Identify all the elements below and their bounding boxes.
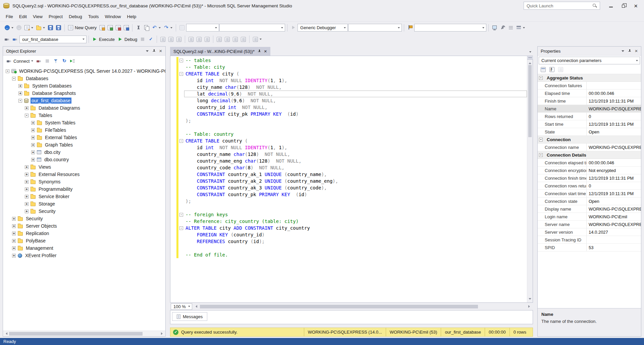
code-line-19[interactable]: CONSTRAINT country_ak_2 UNIQUE (country_… (170, 178, 527, 184)
tree-item-security[interactable]: +Security (3, 208, 165, 215)
property-row-connection-encryption[interactable]: Connection encryptionNot encrypted (538, 167, 641, 174)
debug-button[interactable]: Debug (116, 35, 139, 44)
expand-icon[interactable]: + (25, 195, 29, 198)
expand-icon[interactable]: + (31, 136, 35, 139)
fold-collapse-icon[interactable]: - (179, 226, 183, 230)
code-line-25[interactable]: -- Reference: city_country (table: city) (170, 218, 527, 225)
collapse-icon[interactable]: - (539, 76, 543, 80)
tree-item-our-first-database[interactable]: -our_first_database (3, 97, 165, 104)
maximize-button[interactable] (617, 1, 630, 10)
sqlcmd-mode-button[interactable] (252, 35, 263, 44)
expand-icon[interactable]: + (12, 246, 16, 250)
scroll-track[interactable] (527, 64, 533, 298)
close-button[interactable] (630, 1, 642, 10)
filter-button[interactable] (52, 57, 60, 65)
code-line-12[interactable]: -- Table: country (170, 131, 527, 137)
expand-icon[interactable]: + (25, 187, 29, 191)
code-line-29[interactable] (170, 245, 527, 251)
menu-debug[interactable]: Debug (66, 12, 85, 21)
expand-icon[interactable]: + (18, 92, 22, 95)
results-to-grid-button[interactable] (195, 35, 203, 44)
display-estimated-plan-button[interactable] (159, 35, 167, 44)
code-line-17[interactable]: country_code char(8) NOT NULL, (170, 164, 527, 171)
menu-file[interactable]: File (3, 12, 16, 21)
categorized-button[interactable] (539, 65, 547, 74)
property-row-finish-time[interactable]: Finish time12/1/2019 10:11:31 PM (538, 97, 641, 105)
live-query-statistics-button[interactable] (167, 35, 175, 44)
tree-item-dbo-country[interactable]: +dbo.country (3, 156, 165, 163)
expand-icon[interactable]: + (12, 239, 16, 243)
code-line-20[interactable]: CONSTRAINT country_ak_3 UNIQUE (country_… (170, 184, 527, 191)
collapse-icon[interactable]: - (12, 77, 16, 80)
editor-hscrollbar[interactable] (199, 304, 526, 309)
expand-icon[interactable]: + (31, 143, 35, 147)
property-group-connection-details[interactable]: -Connection Details (538, 151, 641, 159)
code-line-8[interactable]: country_id int NOT NULL, (170, 104, 527, 111)
oe-window-position-button[interactable] (144, 48, 150, 54)
toolbar-combo-3[interactable] (348, 24, 402, 32)
zoom-control[interactable]: 100 % (171, 303, 192, 310)
tab-pin-icon[interactable] (258, 49, 261, 54)
redo-button[interactable] (162, 23, 174, 32)
property-row-state[interactable]: StateOpen (538, 128, 641, 136)
code-line-22[interactable]: ); (170, 198, 527, 205)
expand-icon[interactable]: + (25, 106, 29, 110)
arrow-down-icon[interactable] (529, 298, 531, 301)
bookmark-button[interactable] (406, 23, 414, 32)
change-connection-button[interactable] (11, 35, 19, 44)
expand-icon[interactable]: + (12, 217, 16, 221)
expand-icon[interactable]: + (31, 121, 35, 125)
tree-item-server-objects[interactable]: +Server Objects (3, 222, 165, 230)
editor-vscrollbar[interactable] (527, 56, 533, 302)
props-close-button[interactable] (633, 48, 639, 54)
minimize-button[interactable] (605, 1, 617, 10)
properties-selector[interactable]: Current connection parameters (539, 57, 640, 64)
tree-item-database-diagrams[interactable]: +Database Diagrams (3, 104, 165, 112)
property-row-spid[interactable]: SPID53 (538, 244, 641, 251)
new-item-button[interactable] (23, 23, 35, 32)
code-line-24[interactable]: --- foreign keys (170, 211, 527, 218)
menu-project[interactable]: Project (46, 12, 66, 21)
scroll-left-button[interactable] (3, 331, 8, 336)
undo-button[interactable] (151, 23, 162, 32)
debugger-combo[interactable]: Generic Debugger (298, 24, 348, 32)
code-line-23[interactable] (170, 205, 527, 211)
code-line-1[interactable]: --- tables (170, 57, 527, 64)
property-row-elapsed-time[interactable]: Elapsed time00:00:00.046 (538, 90, 641, 97)
scroll-track[interactable] (8, 332, 160, 336)
profiler-button[interactable] (69, 57, 76, 65)
property-row-rows-returned[interactable]: Rows returned0 (538, 113, 641, 120)
property-row-connection-rows-returned[interactable]: Connection rows returned0 (538, 182, 641, 190)
property-row-name[interactable]: NameWORKING-PC\SQLEXPRESS (538, 105, 641, 113)
expand-icon[interactable]: + (25, 165, 29, 169)
property-row-connection-start-time[interactable]: Connection start time12/1/2019 10:11:31 … (538, 190, 641, 197)
tree-item-security[interactable]: +Security (3, 215, 165, 222)
props-pin-button[interactable] (627, 48, 633, 54)
connect-button[interactable] (3, 35, 11, 44)
property-row-connection-failures[interactable]: Connection failures (538, 82, 641, 90)
property-row-connection-name[interactable]: Connection nameWORKING-PC\SQLEXPRESS (538, 143, 641, 151)
code-line-27[interactable]: FOREIGN KEY (country_id) (170, 231, 527, 238)
code-line-7[interactable]: long decimal(9,6) NOT NULL, (170, 97, 527, 104)
tree-item-dbo-city[interactable]: +dbo.city (3, 149, 165, 156)
object-explorer-hscrollbar[interactable] (3, 331, 165, 336)
code-area[interactable]: --- tables-- Table: city-CREATE TABLE ci… (170, 56, 527, 302)
fold-collapse-icon[interactable]: - (179, 139, 183, 143)
tree-item-filetables[interactable]: +FileTables (3, 126, 165, 134)
oe-close-button[interactable] (158, 48, 164, 54)
code-line-30[interactable]: -- End of file. (170, 251, 527, 258)
cut-button[interactable] (135, 23, 142, 32)
tree-item-system-databases[interactable]: +System Databases (3, 82, 165, 90)
refresh-button[interactable] (60, 57, 68, 65)
quick-launch-input[interactable]: Quick Launch (524, 2, 600, 10)
uncomment-button[interactable] (223, 35, 231, 44)
code-line-6[interactable]: lat decimal(9,6) NOT NULL, (170, 91, 527, 97)
property-group-aggregate-status[interactable]: -Aggregate Status (538, 74, 641, 82)
database-engine-query-button[interactable] (98, 23, 106, 32)
arrow-up-icon[interactable] (529, 61, 531, 64)
tree-item-database-snapshots[interactable]: +Database Snapshots (3, 90, 165, 97)
property-pages-button[interactable] (557, 65, 565, 74)
scroll-right-button[interactable] (527, 304, 532, 309)
decrease-indent-button[interactable] (231, 35, 239, 44)
tree-item-programmability[interactable]: +Programmability (3, 185, 165, 193)
